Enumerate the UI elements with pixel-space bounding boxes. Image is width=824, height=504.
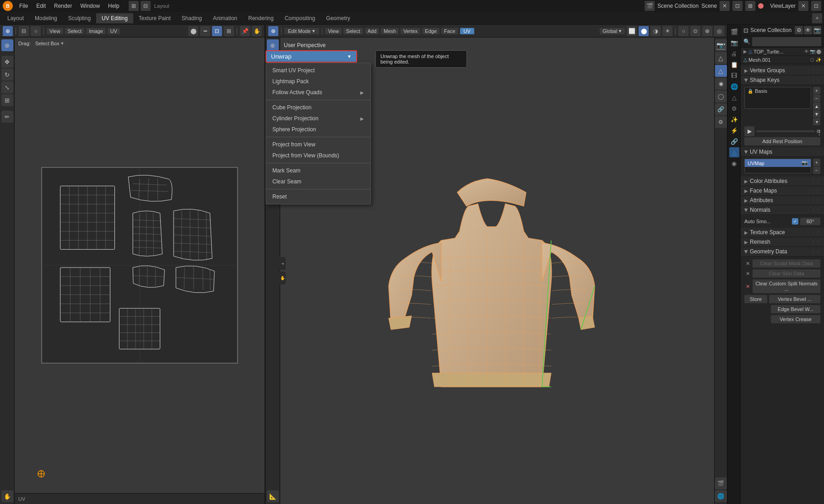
sk-remove-btn[interactable]: −	[813, 95, 820, 102]
tab-uv-editing[interactable]: UV Editing	[96, 13, 133, 23]
viewport-object-mode-dropdown[interactable]: Edit Mode ▼	[284, 28, 319, 34]
skin-x-icon[interactable]: ✕	[744, 271, 751, 277]
vp-snap-btn[interactable]: ⊕	[702, 26, 712, 36]
prop-tab-physics[interactable]: ⚡	[729, 125, 739, 135]
clear-sculpt-btn[interactable]: Clear Sculpt Mask Data	[753, 259, 820, 268]
uv-vertex-mode-btn[interactable]: ⬤	[188, 26, 198, 36]
tab-sculpting[interactable]: Sculpting	[63, 13, 96, 23]
vertex-crease-btn[interactable]: Vertex Crease	[771, 315, 820, 323]
uv-editor-mode-btn[interactable]: ⊕	[3, 26, 13, 36]
tab-shading[interactable]: Shading	[176, 13, 207, 23]
tab-geometry[interactable]: Geometry	[320, 13, 356, 23]
tab-modeling[interactable]: Modeling	[29, 13, 63, 23]
vp-add-btn[interactable]: Add	[365, 28, 379, 34]
viewlayer-extra-btn[interactable]: ⊡	[811, 1, 821, 11]
attributes-header[interactable]: ▶ Attributes ⋮⋮	[741, 196, 824, 205]
prop-tab-scene[interactable]: 🎬	[729, 27, 739, 37]
uv-view-sync-btn[interactable]: ⊟	[19, 26, 29, 36]
prop-tab-world[interactable]: 🌐	[729, 81, 739, 91]
menu-window[interactable]: Window	[76, 2, 103, 10]
shape-keys-header[interactable]: ▶ Shape Keys ⋮⋮	[741, 75, 824, 85]
uv-project-view[interactable]: Project from View	[266, 139, 370, 150]
scene-settings-btn[interactable]: ✕	[720, 1, 730, 11]
outliner-eye-btn[interactable]: 👁	[804, 26, 812, 34]
uv-grab-btn[interactable]: ✋	[252, 26, 262, 36]
normals-header[interactable]: ▶ Normals ⋮⋮	[741, 205, 824, 215]
prop-tab-particles[interactable]: ✨	[729, 114, 739, 124]
tab-compositing[interactable]: Compositing	[279, 13, 321, 23]
uv-follow-active[interactable]: Follow Active Quads ▶	[266, 87, 370, 98]
auto-smooth-checkbox[interactable]: ✓	[792, 218, 798, 225]
sk-up-btn[interactable]: ▲	[813, 102, 820, 110]
prop-tab-output[interactable]: 🖨	[729, 48, 739, 59]
vertex-groups-header[interactable]: ▶ Vertex Groups ⋮⋮	[741, 66, 824, 75]
vp-scene-icon[interactable]: 🎬	[715, 477, 727, 489]
vp-data-icon[interactable]: △	[715, 65, 727, 77]
uv-image-btn[interactable]: Image	[86, 28, 106, 34]
layout-icon-btn[interactable]: ⊞	[129, 1, 139, 11]
window-btn[interactable]: ⊠	[745, 1, 755, 11]
uv-transform-tool[interactable]: ⊞	[1, 94, 13, 106]
prop-tab-data[interactable]: △	[729, 147, 739, 157]
sk-menu-btn[interactable]: ▾	[813, 118, 820, 125]
drag-select-dropdown[interactable]: Select Box ▼	[33, 40, 67, 47]
vp-material-icon[interactable]: ◉	[715, 78, 727, 90]
workspace-icon-btn[interactable]: ⊟	[141, 1, 151, 11]
uv-unwrap-button[interactable]: Unwrap ▼	[266, 50, 357, 63]
vp-cursor-tool[interactable]: ⊕	[267, 39, 279, 51]
geometry-data-header[interactable]: ▶ Geometry Data ⋮⋮	[741, 247, 824, 257]
uv-sphere-projection[interactable]: Sphere Projection	[266, 124, 370, 135]
sk-dots-btn[interactable]: ⋮⋮	[817, 129, 820, 133]
uv-uv-btn[interactable]: UV	[108, 28, 120, 34]
vp-render-icon[interactable]: 📷	[715, 39, 727, 51]
vp-view-btn[interactable]: View	[325, 28, 342, 34]
add-rest-position-btn[interactable]: Add Rest Position	[744, 137, 820, 145]
vp-uv-btn[interactable]: UV	[460, 28, 474, 34]
prop-tab-viewlayer[interactable]: 📋	[729, 59, 739, 70]
uv-face-mode-btn[interactable]: ⊡	[212, 26, 222, 36]
uv-overlay-btn[interactable]: ○	[31, 26, 41, 36]
uv-maps-section-header[interactable]: ▶ UV Maps ⋮⋮	[741, 147, 824, 157]
uv-view-btn[interactable]: View	[47, 28, 63, 34]
uv-map-camera-icon[interactable]: 📷	[802, 160, 808, 166]
vp-gizmo-btn[interactable]: ⊙	[690, 26, 700, 36]
vp-material-btn[interactable]: ◑	[651, 26, 661, 36]
prop-tab-modifiers[interactable]: ⚙	[729, 103, 739, 113]
hand-icon-btn[interactable]: ✋	[279, 272, 286, 284]
sk-down-btn[interactable]: ▼	[813, 110, 820, 118]
auto-smooth-angle-field[interactable]	[800, 218, 820, 225]
vp-vertex-btn[interactable]: Vertex	[401, 28, 420, 34]
tab-animation[interactable]: Animation	[207, 13, 243, 23]
uv-lightmap-pack[interactable]: Lightmap Pack	[266, 76, 370, 87]
scene-icon-btn[interactable]: 🎬	[645, 1, 655, 11]
uv-cylinder-projection[interactable]: Cylinder Projection ▶	[266, 113, 370, 124]
mesh-fake-user-btn[interactable]: ⬡	[810, 57, 814, 62]
vp-select-btn[interactable]: Select	[343, 28, 363, 34]
menu-help[interactable]: Help	[104, 2, 123, 10]
uv-reset[interactable]: Reset	[266, 191, 370, 202]
obj-render-icon[interactable]: ⬤	[816, 49, 821, 54]
vertex-bevel-btn[interactable]: Vertex Bevel ...	[769, 295, 820, 303]
vp-modifier-icon[interactable]: ⚙	[715, 116, 727, 128]
tab-rendering[interactable]: Rendering	[243, 13, 279, 23]
clear-skin-btn[interactable]: Clear Skin Data	[753, 269, 820, 278]
uv-hand-tool[interactable]: ✋	[1, 490, 13, 502]
uv-rotate-tool[interactable]: ↻	[1, 69, 13, 80]
texture-space-header[interactable]: ▶ Texture Space ⋮⋮	[741, 228, 824, 237]
prop-tab-render[interactable]: 📷	[729, 38, 739, 48]
outliner-object-row[interactable]: ▶ △ TOP_Turtle... 👁 📷 ⬤	[741, 48, 824, 56]
vp-solid-btn[interactable]: ⬤	[639, 26, 649, 36]
outliner-render-btn[interactable]: 📷	[813, 26, 821, 34]
vp-object-icon[interactable]: △	[715, 52, 727, 64]
obj-eye-icon[interactable]: 👁	[804, 49, 809, 54]
uv-edge-mode-btn[interactable]: ━	[200, 26, 210, 36]
vp-world-icon[interactable]: ◯	[715, 91, 727, 102]
fullscreen-btn[interactable]: ⊡	[732, 1, 743, 11]
normals-x-icon[interactable]: ✕	[744, 284, 751, 290]
global-dropdown[interactable]: Global ▼	[600, 28, 625, 34]
uv-annotate-tool[interactable]: ✏	[1, 111, 13, 123]
uv-scale-tool[interactable]: ⤡	[1, 81, 13, 93]
mesh-new-btn[interactable]: ✨	[816, 57, 821, 62]
uv-select-btn[interactable]: Select	[65, 28, 85, 34]
close-btn[interactable]	[758, 3, 764, 9]
